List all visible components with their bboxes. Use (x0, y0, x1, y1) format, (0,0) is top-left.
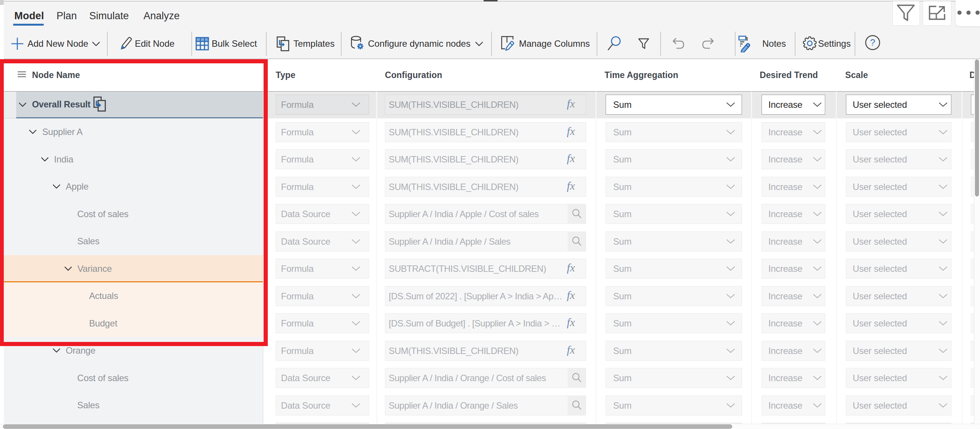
svg-text:?: ? (870, 37, 875, 48)
